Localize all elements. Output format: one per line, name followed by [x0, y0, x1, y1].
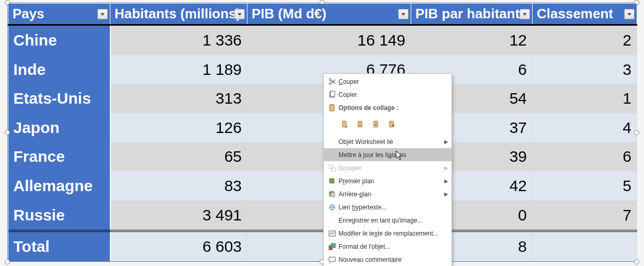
cell-pop: 126 [110, 113, 247, 142]
submenu-arrow-icon: ▶ [444, 165, 448, 171]
resize-handle-mid-left[interactable] [5, 130, 10, 135]
filter-dropdown-icon[interactable] [519, 9, 530, 19]
menu-item-alt-text[interactable]: Modifier le texte de remplacement... [324, 227, 451, 240]
filter-dropdown-icon[interactable] [624, 9, 635, 19]
paste-option-picture[interactable] [370, 117, 382, 132]
svg-rect-15 [390, 121, 393, 122]
submenu-arrow-icon: ▶ [444, 178, 448, 184]
menu-label: Options de collage : [338, 104, 448, 112]
alt-text-icon [326, 229, 338, 238]
menu-label: Copier [338, 91, 448, 98]
menu-label: Nouveau commentaire [338, 256, 448, 263]
svg-rect-10 [359, 121, 361, 122]
comment-icon [326, 256, 338, 264]
cell-pop: 1 336 [110, 25, 247, 55]
col-header-label: PIB par habitant [415, 6, 519, 21]
menu-label: Objet Worksheet lié [338, 138, 442, 146]
resize-handle-bottom-left[interactable] [5, 259, 10, 264]
menu-item-copy[interactable]: Copier [324, 88, 451, 101]
menu-item-bring-front[interactable]: Premier plan ▶ [324, 174, 451, 187]
scissors-icon [326, 77, 338, 86]
col-header-label: PIB (Md d€) [252, 6, 326, 21]
cell-pib-hab: 12 [411, 25, 533, 55]
svg-rect-17 [329, 165, 333, 169]
cell-pop: 313 [110, 84, 247, 114]
group-icon [326, 164, 338, 172]
menu-label: Couper [338, 78, 448, 85]
paste-options-row: a A [324, 114, 451, 135]
menu-item-send-back[interactable]: Arrière-plan ▶ [324, 187, 451, 201]
col-header-classement[interactable]: Classement [533, 4, 637, 25]
paste-option-merge[interactable] [354, 117, 367, 132]
svg-rect-26 [331, 243, 335, 248]
col-header-pays[interactable]: Pays [8, 4, 110, 25]
svg-rect-12 [375, 121, 377, 122]
svg-text:A: A [392, 123, 395, 128]
menu-label: Enregistrer en tant qu'image... [338, 217, 448, 224]
cell-rank: 2 [533, 25, 637, 55]
svg-rect-20 [330, 179, 334, 183]
cell-rank: 5 [533, 171, 637, 201]
menu-item-save-as-image[interactable]: Enregistrer en tant qu'image... [324, 214, 451, 227]
menu-item-update-links[interactable]: Mettre à jour les liaisons [324, 148, 451, 161]
hyperlink-icon [326, 203, 338, 212]
menu-item-hyperlink[interactable]: Lien hypertexte... [324, 201, 451, 214]
format-object-icon [326, 242, 338, 251]
menu-label: Format de l'objet... [338, 243, 448, 250]
menu-label: Lien hypertexte... [338, 204, 448, 211]
menu-item-cut[interactable]: Couper [324, 75, 451, 88]
cell-pop: 3 491 [110, 201, 247, 231]
svg-text:a: a [346, 125, 348, 128]
clipboard-icon [326, 104, 338, 112]
filter-dropdown-icon[interactable] [234, 9, 245, 19]
menu-label: Arrière-plan [338, 191, 442, 198]
row-country: Chine [8, 25, 110, 55]
menu-item-format-object[interactable]: Format de l'objet... [324, 240, 451, 253]
table-row: Allemagne83425 [8, 171, 637, 201]
cell-rank: 7 [533, 201, 637, 231]
table-row: France65396 [8, 142, 637, 172]
embedded-worksheet-object[interactable]: Pays Habitants (millions) PIB (Md d€) [7, 3, 637, 262]
context-menu: Couper Copier Options de collage : a A O… [323, 73, 452, 266]
cell-pib: 16 149 [247, 25, 411, 55]
row-country: Inde [8, 55, 110, 84]
cell-rank: 3 [533, 55, 637, 84]
menu-label: Grouper [338, 164, 442, 172]
svg-rect-22 [331, 193, 335, 197]
send-back-icon [326, 190, 338, 198]
svg-rect-7 [343, 121, 346, 122]
submenu-arrow-icon: ▶ [444, 139, 448, 145]
resize-handle-bottom-right[interactable] [634, 259, 639, 264]
table-row: Inde1 1896 77663 [8, 55, 637, 84]
bring-front-icon [326, 177, 338, 185]
row-country: France [8, 142, 110, 172]
submenu-arrow-icon: ▶ [444, 191, 448, 197]
svg-rect-5 [331, 104, 333, 105]
menu-item-linked-object[interactable]: Objet Worksheet lié ▶ [324, 135, 451, 148]
paste-option-keep-source[interactable]: a [338, 117, 351, 132]
resize-handle-mid-right[interactable] [634, 130, 639, 135]
col-header-pib[interactable]: PIB (Md d€) [247, 4, 411, 25]
menu-item-group: Grouper ▶ [324, 161, 451, 174]
row-country: Etats-Unis [8, 84, 110, 114]
row-country: Japon [8, 113, 110, 142]
cell-pop: 1 189 [110, 55, 247, 84]
col-header-label: Classement [537, 6, 613, 21]
cell-pop: 65 [110, 142, 247, 172]
menu-item-new-comment[interactable]: Nouveau commentaire [324, 253, 451, 266]
table-row: Russie3 49107 [8, 201, 637, 231]
filter-dropdown-icon[interactable] [398, 9, 409, 19]
col-header-label: Habitants (millions) [115, 6, 241, 21]
table-header-row: Pays Habitants (millions) PIB (Md d€) [8, 4, 637, 25]
table-row: Japon126374 [8, 113, 637, 142]
col-header-habitants[interactable]: Habitants (millions) [110, 4, 247, 25]
row-country: Russie [8, 201, 110, 231]
paste-option-text-only[interactable]: A [386, 117, 398, 132]
filter-dropdown-icon[interactable] [97, 9, 108, 19]
cell-rank: 6 [533, 142, 637, 172]
col-header-pib-hab[interactable]: PIB par habitant [411, 4, 533, 25]
cell-rank: 4 [533, 113, 637, 142]
svg-rect-4 [330, 105, 334, 111]
cell-pop: 83 [110, 171, 247, 201]
menu-item-paste-options-header: Options de collage : [324, 101, 451, 114]
